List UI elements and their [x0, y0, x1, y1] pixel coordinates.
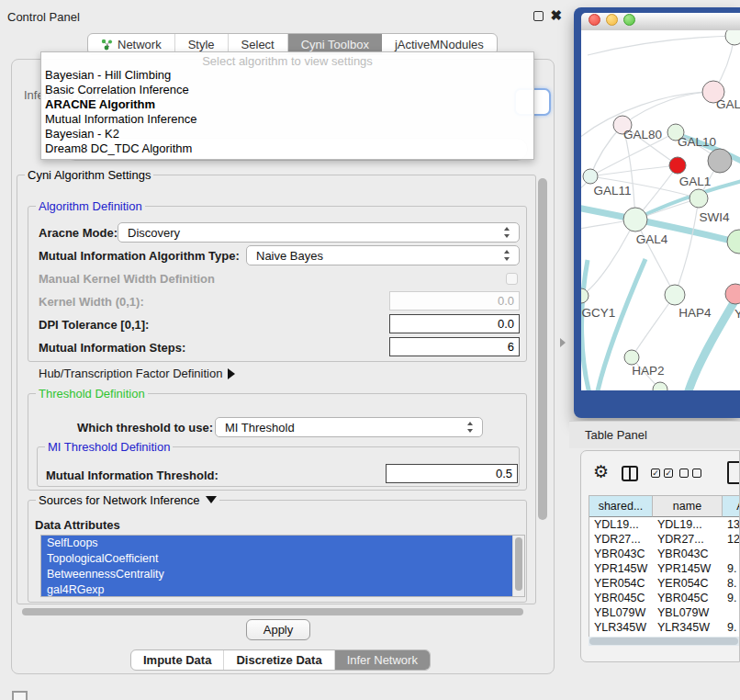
algorithm-option[interactable]: Basic Correlation Inference	[41, 83, 533, 97]
data-attribute-item[interactable]: TopologicalCoefficient	[41, 551, 512, 567]
application-root: Control Panel ✖ NetworkStyleSelectCyni T…	[0, 0, 740, 700]
table-cell: 13	[723, 517, 740, 532]
apply-button[interactable]: Apply	[246, 619, 310, 640]
which-threshold-select[interactable]: MI Threshold	[215, 417, 483, 437]
table-cell: 12	[723, 532, 740, 547]
data-attribute-item[interactable]: gal4RGexp	[41, 582, 512, 597]
unchecked-checkbox-icon[interactable]	[679, 469, 689, 478]
tab-label: Style	[188, 38, 215, 51]
network-node-gal4[interactable]	[623, 208, 647, 231]
mi-type-value: Naive Bayes	[256, 249, 323, 263]
tab-label: Select	[241, 38, 275, 51]
table-toolbar: ⚙ ✓ ✓	[581, 451, 739, 494]
manual-kernel-checkbox[interactable]	[506, 273, 518, 285]
network-edge-thick[interactable]	[582, 260, 590, 390]
data-attributes-list: SelfLoopsTopologicalCoefficientBetweenne…	[40, 535, 525, 597]
network-node-top-edge[interactable]	[725, 30, 740, 45]
dpi-tolerance-field[interactable]	[389, 314, 520, 333]
control-panel-header: Control Panel ✖	[0, 0, 569, 29]
network-node-red-node[interactable]	[669, 157, 686, 174]
kernel-width-label: Kernel Width (0,1):	[39, 295, 144, 309]
gear-icon[interactable]: ⚙	[593, 463, 609, 480]
network-canvas[interactable]: GAL80GALGAL10GAL1GAL11SWI4GAL4GCY1HAP4YH…	[581, 30, 740, 390]
window-close-button[interactable]	[589, 14, 600, 26]
float-panel-icon[interactable]	[533, 11, 544, 21]
network-edge[interactable]	[581, 220, 635, 296]
network-node-swi4[interactable]	[727, 230, 740, 254]
mi-steps-field[interactable]	[389, 337, 520, 356]
network-edge[interactable]	[588, 36, 734, 55]
algorithm-option[interactable]: Dream8 DC_TDC Algorithm	[41, 141, 533, 156]
column-header-name[interactable]: name	[653, 496, 723, 517]
settings-vertical-scrollbar-thumb[interactable]	[538, 178, 547, 520]
network-node-gray-node[interactable]	[708, 149, 732, 173]
column-header-A[interactable]: A	[723, 496, 740, 517]
algorithm-option[interactable]: ARACNE Algorithm	[41, 97, 533, 112]
tab-label: Network	[118, 38, 162, 51]
network-node-hap4[interactable]	[665, 285, 685, 305]
table-cell: YER054C	[589, 576, 653, 591]
table-cell: YPR145W	[653, 561, 723, 576]
table-row[interactable]: YER054CYER054C8.	[589, 576, 740, 591]
attributes-scrollbar-thumb[interactable]	[515, 537, 522, 591]
table-horizontal-scrollbar[interactable]	[589, 637, 740, 646]
checked-checkbox-icon[interactable]: ✓	[651, 469, 660, 478]
table-row[interactable]: YLR345WYLR345W9.	[589, 620, 740, 635]
table-row[interactable]: YDR27...YDR27...12	[589, 532, 740, 547]
export-table-icon[interactable]	[727, 461, 740, 484]
algorithm-option[interactable]: Bayesian - K2	[41, 127, 533, 141]
network-edge[interactable]	[675, 198, 699, 295]
panel-resize-grip[interactable]	[560, 338, 566, 347]
network-node-gal11[interactable]	[583, 169, 598, 184]
algorithm-option[interactable]: Bayesian - Hill Climbing	[41, 68, 533, 83]
attributes-scrollbar[interactable]	[512, 536, 524, 596]
expand-right-icon	[228, 368, 235, 379]
table-row[interactable]: YBL079WYBL079W	[589, 605, 740, 620]
table-cell: YLR345W	[653, 620, 723, 635]
network-edge[interactable]	[590, 165, 678, 176]
aracne-mode-select[interactable]: Discovery	[118, 222, 520, 243]
table-cell: 9.	[723, 591, 740, 605]
mi-type-select[interactable]: Naive Bayes	[246, 245, 520, 265]
data-attribute-item[interactable]: SelfLoops	[41, 536, 512, 551]
which-threshold-label: Which threshold to use:	[77, 421, 213, 435]
table-row[interactable]: YPR145WYPR145W9.	[589, 561, 740, 576]
table-cell: YBL079W	[653, 605, 723, 620]
network-node-label: Y	[734, 307, 740, 321]
network-node-label: HAP4	[678, 306, 712, 320]
table-cell	[723, 605, 740, 620]
mi-threshold-field[interactable]	[386, 464, 518, 483]
network-edge[interactable]	[635, 220, 675, 295]
unchecked-checkbox-icon[interactable]	[692, 469, 701, 478]
bottom-tab-discretize-data[interactable]: Discretize Data	[224, 650, 334, 670]
close-panel-icon[interactable]: ✖	[550, 7, 562, 24]
table-cell: YLR345W	[589, 620, 653, 635]
window-minimize-button[interactable]	[606, 14, 618, 26]
bottom-tab-impute-data[interactable]: Impute Data	[131, 650, 224, 670]
bottom-tab-infer-network[interactable]: Infer Network	[335, 650, 430, 670]
table-row[interactable]: YBR043CYBR043C	[589, 547, 740, 561]
settings-horizontal-scrollbar-thumb[interactable]	[22, 608, 523, 615]
window-zoom-button[interactable]	[623, 14, 635, 26]
table-panel-card: ⚙ ✓ ✓ shared...nameA YDL19...YDL19...13Y…	[580, 450, 740, 662]
columns-icon[interactable]	[622, 466, 638, 481]
algorithm-dropdown: Select algorithm to view settings Bayesi…	[40, 51, 534, 160]
column-header-shared[interactable]: shared...	[589, 496, 653, 517]
table-row[interactable]: YBR045CYBR045C9.	[589, 591, 740, 605]
data-attribute-item[interactable]: BetweennessCentrality	[41, 567, 512, 582]
network-node-salmon-node[interactable]	[725, 284, 740, 304]
network-node-hap2[interactable]	[624, 350, 639, 365]
sources-title[interactable]: Sources for Network Inference	[36, 493, 219, 507]
checked-checkbox-icon[interactable]: ✓	[664, 469, 673, 478]
collapsed-panel-icon[interactable]	[12, 691, 28, 700]
algorithm-option[interactable]: Mutual Information Inference	[41, 112, 533, 127]
network-edge[interactable]	[632, 295, 675, 357]
table-row[interactable]: YDL19...YDL19...13	[589, 517, 740, 532]
hub-definition-toggle[interactable]: Hub/Transcription Factor Definition	[39, 367, 235, 380]
table-horizontal-scrollbar-thumb[interactable]	[589, 638, 738, 645]
table-cell: YPR145W	[589, 561, 653, 576]
network-node-label: SWI4	[699, 210, 729, 224]
kernel-width-field[interactable]	[389, 291, 520, 310]
network-node-gal1[interactable]	[690, 189, 708, 208]
network-window-titlebar[interactable]	[581, 13, 740, 30]
